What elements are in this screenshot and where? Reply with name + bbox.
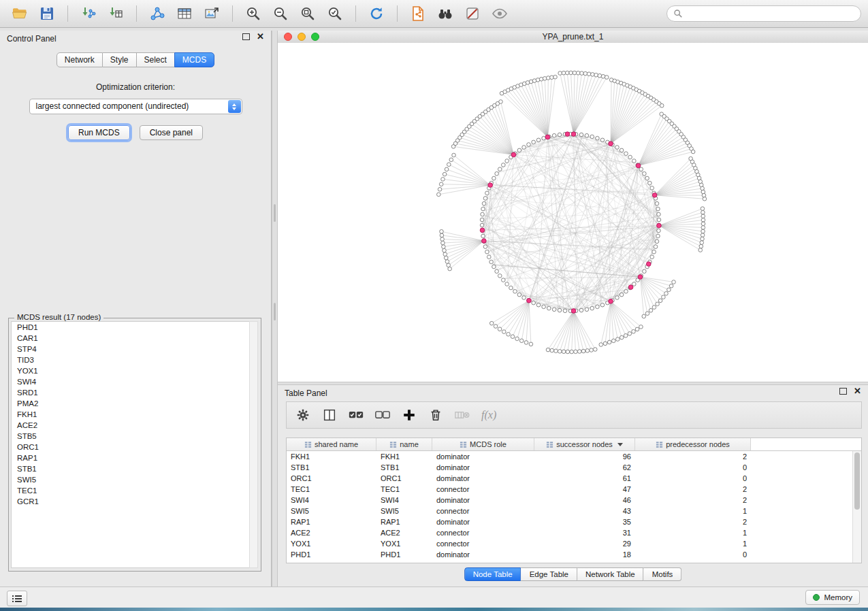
close-panel-button[interactable]: Close panel (140, 125, 203, 140)
cell: ORC1 (376, 474, 432, 482)
list-item[interactable]: TEC1 (12, 485, 249, 496)
memory-button[interactable]: Memory (805, 590, 860, 605)
table-row[interactable]: FKH1FKH1dominator962 (287, 451, 852, 462)
float-panel-icon[interactable] (839, 388, 847, 395)
deselect-all-button[interactable] (375, 408, 390, 423)
table-row[interactable]: SWI5SWI5connector431 (287, 506, 852, 516)
refresh-button[interactable] (364, 3, 389, 24)
network-window-titlebar[interactable]: YPA_prune.txt_1 (278, 31, 868, 44)
run-mcds-button[interactable]: Run MCDS (68, 125, 130, 140)
tab-edge-table[interactable]: Edge Table (521, 567, 577, 581)
float-panel-icon[interactable] (242, 33, 250, 40)
function-builder-button[interactable]: f(x) (481, 409, 496, 421)
cell: 62 (534, 463, 635, 472)
table-row[interactable]: STB1STB1dominator620 (287, 462, 852, 473)
minimize-window-icon[interactable] (298, 33, 306, 41)
tab-node-table[interactable]: Node Table (464, 567, 521, 581)
sort-grid-icon (389, 441, 397, 448)
search-input[interactable] (686, 8, 854, 19)
list-item[interactable]: RAP1 (12, 452, 249, 463)
table-row[interactable]: ACE2ACE2connector311 (287, 527, 852, 538)
list-item[interactable]: YOX1 (12, 365, 249, 376)
mcds-list-scrollbar[interactable] (249, 321, 258, 568)
list-item[interactable]: GCR1 (12, 496, 249, 507)
column-header-predecessor-nodes[interactable]: predecessor nodes (635, 438, 751, 450)
list-item[interactable]: SRD1 (12, 387, 249, 398)
select-all-button[interactable] (349, 408, 364, 423)
table-row[interactable]: RAP1RAP1dominator352 (287, 516, 852, 527)
maximize-window-icon[interactable] (311, 33, 319, 41)
cell: FKH1 (287, 452, 376, 461)
save-session-button[interactable] (34, 3, 60, 24)
list-item[interactable]: PMA2 (12, 398, 249, 409)
tab-select[interactable]: Select (137, 52, 175, 67)
zoom-out-button[interactable] (268, 3, 293, 24)
tab-network-table[interactable]: Network Table (577, 567, 644, 581)
table-row[interactable]: SWI4SWI4dominator462 (287, 495, 852, 506)
share-network-button[interactable] (405, 3, 431, 24)
zoom-in-button[interactable] (240, 3, 266, 24)
list-item[interactable]: ACE2 (12, 420, 249, 431)
table-panel-title: Table Panel (285, 389, 327, 398)
table-row[interactable]: YOX1YOX1connector291 (287, 538, 852, 549)
list-item[interactable]: CAR1 (12, 333, 249, 344)
import-table-button[interactable] (103, 3, 129, 24)
binoculars-icon (437, 5, 453, 22)
mcds-result-title: MCDS result (17 nodes) (14, 313, 103, 321)
task-history-button[interactable] (7, 591, 27, 606)
tab-motifs[interactable]: Motifs (644, 567, 682, 581)
table-settings-button[interactable] (295, 408, 310, 423)
toggle-annotations-button[interactable] (460, 3, 485, 24)
list-item[interactable]: SWI5 (12, 474, 249, 485)
list-item[interactable]: STB1 (12, 463, 249, 474)
table-icon (176, 5, 193, 22)
column-header-name[interactable]: name (376, 438, 432, 450)
column-header-successor-nodes[interactable]: successor nodes (534, 438, 635, 450)
cell: 31 (534, 529, 635, 537)
import-network-icon (80, 5, 97, 22)
list-item[interactable]: STB5 (12, 431, 249, 442)
tab-style[interactable]: Style (103, 52, 137, 67)
list-item[interactable]: ORC1 (12, 442, 249, 452)
find-neighbors-button[interactable] (432, 3, 458, 24)
toggle-view-button[interactable] (487, 3, 513, 24)
new-table-button[interactable] (172, 3, 197, 24)
close-panel-icon[interactable]: ✕ (257, 33, 264, 40)
column-header-shared-name[interactable]: shared name (287, 438, 376, 450)
main-toolbar (0, 0, 868, 28)
table-row[interactable]: ORC1ORC1dominator610 (287, 473, 852, 484)
table-row[interactable]: PHD1PHD1dominator180 (287, 549, 852, 560)
list-item[interactable]: SWI4 (12, 376, 249, 387)
zoom-in-icon (245, 5, 261, 22)
list-item[interactable]: PHD1 (12, 322, 249, 333)
list-item[interactable]: TID3 (12, 354, 249, 365)
import-network-button[interactable] (76, 3, 101, 24)
zoom-selected-button[interactable] (322, 3, 348, 24)
delete-row-button[interactable] (428, 408, 443, 423)
column-header-MCDS-role[interactable]: MCDS role (432, 438, 534, 450)
export-image-button[interactable] (199, 3, 225, 24)
table-row[interactable]: TEC1TEC1connector472 (287, 484, 852, 495)
scrollbar-thumb[interactable] (854, 452, 860, 510)
close-panel-icon[interactable]: ✕ (854, 388, 861, 395)
list-item[interactable]: STP4 (12, 344, 249, 354)
tab-mcds[interactable]: MCDS (174, 52, 214, 67)
network-canvas[interactable] (278, 43, 868, 382)
tab-network[interactable]: Network (57, 52, 103, 67)
folder-icon (12, 5, 28, 22)
add-column-button[interactable] (402, 408, 417, 423)
delete-column-button[interactable] (455, 408, 470, 423)
cell: 96 (534, 452, 635, 461)
criterion-select[interactable]: largest connected component (undirected) (29, 99, 242, 114)
vertical-splitter[interactable] (272, 31, 278, 587)
cell: STB1 (376, 463, 432, 472)
checked-boxes-icon (349, 408, 364, 423)
list-item[interactable]: FKH1 (12, 409, 249, 420)
new-network-button[interactable] (144, 3, 170, 24)
table-scrollbar[interactable] (852, 451, 861, 563)
close-window-icon[interactable] (284, 33, 292, 41)
zoom-fit-button[interactable] (295, 3, 321, 24)
show-columns-button[interactable] (322, 408, 337, 423)
cell: 2 (635, 496, 751, 504)
open-file-button[interactable] (7, 3, 33, 24)
